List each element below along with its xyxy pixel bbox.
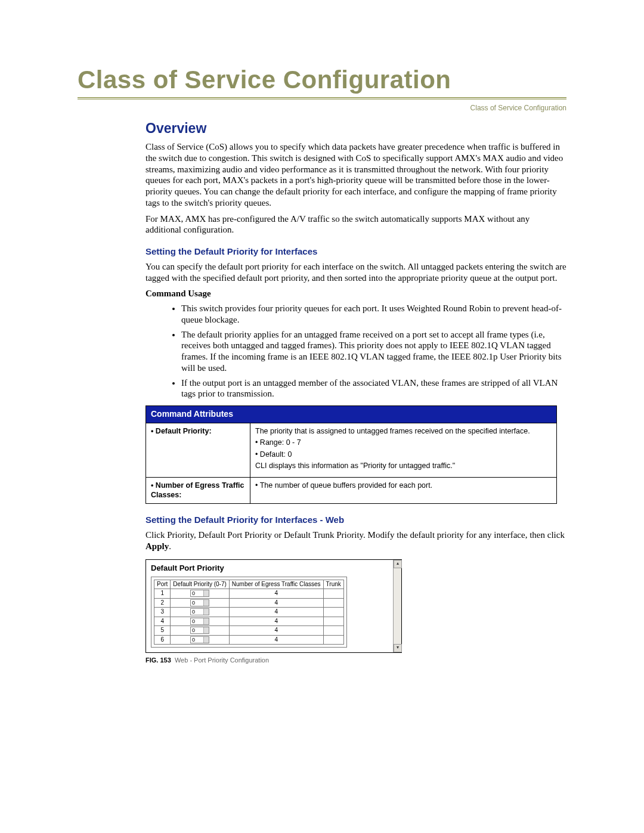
cell-priority: 0 — [171, 598, 229, 608]
cell-egress: 4 — [229, 626, 323, 636]
figure-panel: ▴ ▾ Default Port Priority Port Default P… — [145, 559, 402, 654]
table-row: 6 0 4 — [154, 635, 344, 645]
cell-port: 2 — [154, 598, 171, 608]
cell-port: 1 — [154, 589, 171, 599]
setting-paragraph-1: You can specify the default port priorit… — [145, 261, 566, 284]
table-row: 1 0 4 — [154, 589, 344, 599]
cell-port: 5 — [154, 626, 171, 636]
figure-panel-title: Default Port Priority — [151, 563, 397, 573]
cell-trunk — [323, 598, 343, 608]
cell-egress: 4 — [229, 598, 323, 608]
cell-trunk — [323, 608, 343, 617]
cell-port: 3 — [154, 608, 171, 617]
priority-stepper[interactable]: 0 — [190, 618, 209, 625]
col-num-egress: Number of Egress Traffic Classes — [229, 580, 323, 589]
usage-item: The default priority applies for an unta… — [181, 329, 566, 374]
priority-stepper[interactable]: 0 — [190, 590, 209, 597]
port-priority-table: Port Default Priority (0-7) Number of Eg… — [154, 580, 344, 645]
cell-trunk — [323, 589, 343, 599]
col-trunk: Trunk — [323, 580, 343, 589]
figure-caption-text: Web - Port Priority Configuration — [175, 657, 269, 664]
apply-label-bold: Apply — [145, 541, 169, 551]
priority-stepper[interactable]: 0 — [190, 608, 209, 615]
top-rule-thin — [78, 99, 566, 100]
cell-priority: 0 — [171, 617, 229, 626]
attr-table-header: Command Attributes — [146, 406, 557, 423]
cell-egress: 4 — [229, 635, 323, 645]
setting-web-paragraph: Click Priority, Default Port Priority or… — [145, 529, 566, 552]
overview-paragraph-1: Class of Service (CoS) allows you to spe… — [145, 141, 566, 209]
command-usage-list: This switch provides four priority queue… — [181, 303, 566, 400]
cell-trunk — [323, 626, 343, 636]
col-port: Port — [154, 580, 171, 589]
attr-desc-line: Default: 0 — [255, 450, 552, 460]
setting-web-text-part1: Click Priority, Default Port Priority or… — [145, 530, 565, 540]
table-row: 3 0 4 — [154, 608, 344, 617]
cell-priority: 0 — [171, 626, 229, 636]
cell-trunk — [323, 617, 343, 626]
usage-item: This switch provides four priority queue… — [181, 303, 566, 326]
attr-desc-line: The priority that is assigned to untagge… — [255, 427, 552, 436]
scrollbar-vertical[interactable]: ▴ ▾ — [393, 560, 401, 653]
attr-default-priority-desc: The priority that is assigned to untagge… — [250, 423, 557, 478]
cell-egress: 4 — [229, 617, 323, 626]
cell-egress: 4 — [229, 589, 323, 599]
cell-port: 6 — [154, 635, 171, 645]
top-rule-thick — [78, 97, 566, 98]
table-row: 4 0 4 — [154, 617, 344, 626]
cell-egress: 4 — [229, 608, 323, 617]
body-content: Class of Service (CoS) allows you to spe… — [145, 141, 566, 665]
document-page: Class of Service Configuration Class of … — [0, 66, 644, 833]
attr-num-egress-desc: The number of queue buffers provided for… — [250, 478, 557, 504]
table-row: 2 0 4 — [154, 598, 344, 608]
col-default-priority: Default Priority (0-7) — [171, 580, 229, 589]
table-row: 5 0 4 — [154, 626, 344, 636]
figure-screenshot: ▴ ▾ Default Port Priority Port Default P… — [145, 559, 402, 665]
table-row: • Default Priority: The priority that is… — [146, 423, 557, 478]
attr-desc-line: CLI displays this information as "Priori… — [255, 462, 552, 471]
attr-desc-line: The number of queue buffers provided for… — [255, 481, 552, 491]
command-attributes-table: Command Attributes • Default Priority: T… — [145, 405, 557, 504]
figure-inner-box: Port Default Priority (0-7) Number of Eg… — [151, 577, 347, 648]
priority-stepper[interactable]: 0 — [190, 627, 209, 634]
attr-num-egress-label: • Number of Egress Traffic Classes: — [146, 478, 250, 504]
command-usage-label: Command Usage — [145, 288, 566, 299]
figure-caption: FIG. 153 Web - Port Priority Configurati… — [145, 657, 402, 665]
attr-desc-line: Range: 0 - 7 — [255, 438, 552, 448]
cell-trunk — [323, 635, 343, 645]
usage-item: If the output port is an untagged member… — [181, 377, 566, 400]
cell-priority: 0 — [171, 608, 229, 617]
subsection-setting-heading: Setting the Default Priority for Interfa… — [145, 246, 566, 258]
priority-stepper[interactable]: 0 — [190, 636, 209, 643]
scroll-down-button[interactable]: ▾ — [394, 644, 402, 652]
overview-paragraph-2: For MAX, AMX has pre-configured the A/V … — [145, 213, 566, 236]
setting-web-text-part2: . — [169, 541, 171, 551]
priority-stepper[interactable]: 0 — [190, 599, 209, 606]
table-row: • Number of Egress Traffic Classes: The … — [146, 478, 557, 504]
attr-default-priority-label: • Default Priority: — [146, 423, 250, 478]
cell-priority: 0 — [171, 635, 229, 645]
cell-priority: 0 — [171, 589, 229, 599]
figure-number: FIG. 153 — [145, 657, 171, 664]
scroll-up-button[interactable]: ▴ — [394, 560, 402, 568]
running-header: Class of Service Configuration — [470, 104, 566, 112]
cell-port: 4 — [154, 617, 171, 626]
chapter-title: Class of Service Configuration — [78, 66, 566, 94]
section-overview-heading: Overview — [145, 120, 566, 137]
subsection-setting-web-heading: Setting the Default Priority for Interfa… — [145, 515, 566, 526]
